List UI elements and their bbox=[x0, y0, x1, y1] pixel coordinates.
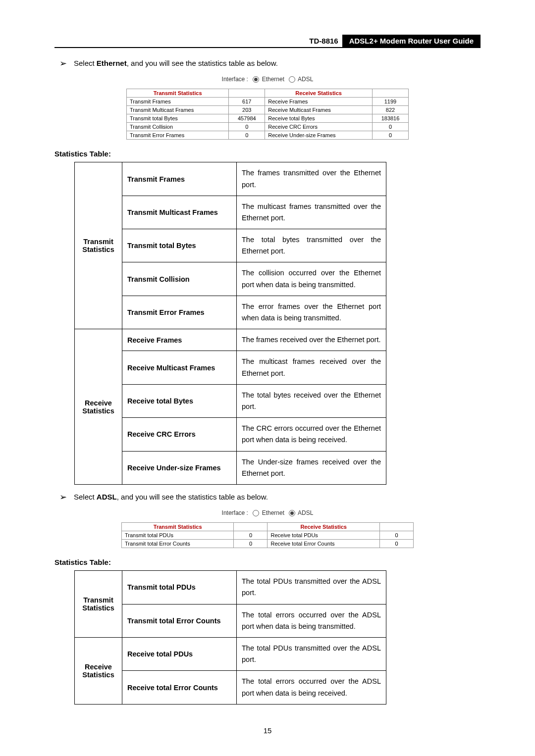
instruction-adsl: ➢ Select ADSL, and you will see the stat… bbox=[59, 492, 481, 503]
tx-stats-header: Transmit Statistics bbox=[127, 89, 229, 98]
rx-stats-header: Receive Statistics bbox=[268, 523, 379, 531]
radio-ethernet[interactable] bbox=[253, 510, 259, 516]
table-row: Transmit total Error Counts0Receive tota… bbox=[122, 540, 414, 548]
ethernet-stats-table: Transmit Statistics Receive Statistics T… bbox=[126, 89, 409, 140]
statistics-table-heading: Statistics Table: bbox=[54, 150, 481, 158]
rx-group-label: Receive Statistics bbox=[75, 329, 122, 485]
ethernet-description-table: Transmit Statistics Transmit FramesThe f… bbox=[74, 162, 386, 485]
page-number: 15 bbox=[54, 726, 481, 735]
guide-title: ADSL2+ Modem Router User Guide bbox=[342, 35, 481, 47]
radio-adsl[interactable] bbox=[289, 76, 295, 83]
radio-adsl-label: ADSL bbox=[298, 509, 313, 516]
table-row: Transmit total Bytes457984Receive total … bbox=[127, 114, 409, 123]
interface-label: Interface : bbox=[222, 509, 248, 516]
interface-selector-ethernet: Interface : Ethernet ADSL bbox=[54, 76, 481, 83]
adsl-stats-table: Transmit Statistics Receive Statistics T… bbox=[121, 522, 414, 548]
page-header: TD-8816 ADSL2+ Modem Router User Guide bbox=[54, 35, 481, 48]
instruction-ethernet: ➢ Select Ethernet, and you will see the … bbox=[59, 58, 481, 69]
radio-ethernet-label: Ethernet bbox=[262, 509, 284, 516]
adsl-description-table: Transmit Statistics Transmit total PDUsT… bbox=[74, 570, 386, 705]
table-row: Transmit Error Frames0Receive Under-size… bbox=[127, 131, 409, 140]
table-row: Transmit Collision0Receive CRC Errors0 bbox=[127, 123, 409, 131]
table-row: Transmit Multicast Frames203Receive Mult… bbox=[127, 106, 409, 114]
table-row: Transmit total PDUs0Receive total PDUs0 bbox=[122, 531, 414, 540]
tx-group-label: Transmit Statistics bbox=[75, 162, 122, 329]
radio-adsl[interactable] bbox=[289, 510, 295, 516]
bullet-arrow-icon: ➢ bbox=[59, 492, 67, 503]
table-row: Transmit Frames617Receive Frames1199 bbox=[127, 98, 409, 106]
tx-stats-header: Transmit Statistics bbox=[122, 523, 234, 531]
rx-stats-header: Receive Statistics bbox=[265, 89, 373, 98]
rx-group-label: Receive Statistics bbox=[75, 637, 122, 704]
interface-label: Interface : bbox=[222, 76, 248, 83]
statistics-table-heading: Statistics Table: bbox=[54, 558, 481, 566]
model-number: TD-8816 bbox=[305, 35, 342, 47]
radio-adsl-label: ADSL bbox=[298, 76, 313, 83]
radio-ethernet-label: Ethernet bbox=[262, 76, 284, 83]
tx-group-label: Transmit Statistics bbox=[75, 571, 122, 638]
interface-selector-adsl: Interface : Ethernet ADSL bbox=[54, 509, 481, 516]
bullet-arrow-icon: ➢ bbox=[59, 58, 67, 69]
radio-ethernet[interactable] bbox=[253, 76, 259, 83]
